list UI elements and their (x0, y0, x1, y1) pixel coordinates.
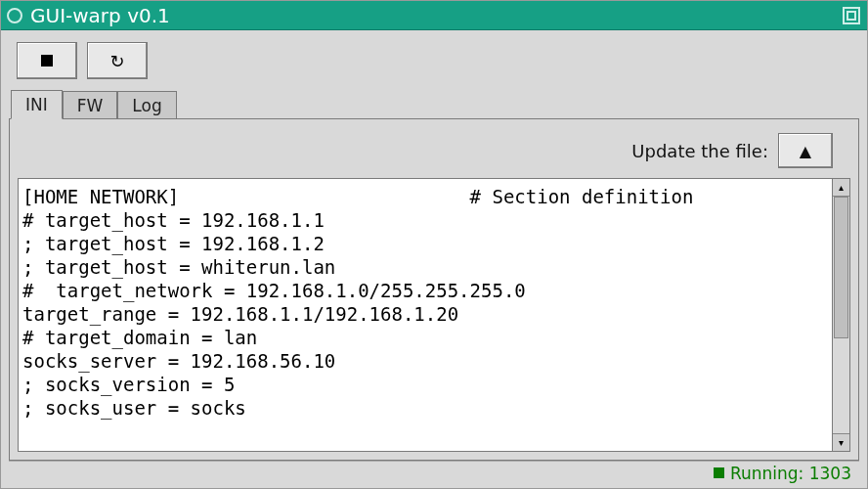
scroll-track[interactable] (833, 197, 849, 433)
tab-label: Log (132, 96, 161, 115)
ini-editor[interactable] (18, 178, 833, 452)
reload-icon: ↻ (109, 51, 124, 71)
tab-log[interactable]: Log (117, 91, 176, 119)
update-file-button[interactable]: ▲ (778, 133, 833, 168)
update-label: Update the file: (631, 141, 768, 161)
client-area: ↻ INI FW Log Update the file: ▲ (1, 30, 867, 488)
update-row: Update the file: ▲ (18, 129, 850, 178)
scroll-up-button[interactable]: ▴ (833, 179, 849, 197)
scroll-down-button[interactable]: ▾ (833, 433, 849, 451)
tab-fw[interactable]: FW (63, 91, 118, 119)
stop-icon (41, 55, 53, 67)
app-icon (7, 8, 22, 23)
svg-rect-0 (844, 8, 859, 23)
reload-button[interactable]: ↻ (87, 42, 148, 79)
app-window: GUI-warp v0.1 ↻ INI FW Log (0, 0, 868, 489)
status-bar: Running: 1303 (9, 461, 859, 484)
status-text: Running: 1303 (730, 464, 851, 483)
title-bar[interactable]: GUI-warp v0.1 (1, 1, 867, 30)
tab-content-ini: Update the file: ▲ ▴ ▾ (9, 118, 859, 461)
stop-button[interactable] (17, 42, 77, 79)
tabs: INI FW Log (9, 89, 859, 118)
svg-rect-1 (847, 12, 855, 20)
tab-label: INI (25, 95, 48, 114)
status-indicator-icon (714, 467, 724, 478)
tab-label: FW (77, 96, 104, 115)
window-title: GUI-warp v0.1 (30, 4, 170, 27)
tab-ini[interactable]: INI (11, 90, 63, 119)
scroll-thumb[interactable] (834, 197, 848, 338)
scrollbar[interactable]: ▴ ▾ (833, 178, 850, 452)
editor-wrap: ▴ ▾ (18, 178, 850, 452)
toolbar: ↻ (9, 42, 859, 89)
upload-icon: ▲ (800, 142, 811, 160)
window-control-icon[interactable] (842, 6, 861, 25)
